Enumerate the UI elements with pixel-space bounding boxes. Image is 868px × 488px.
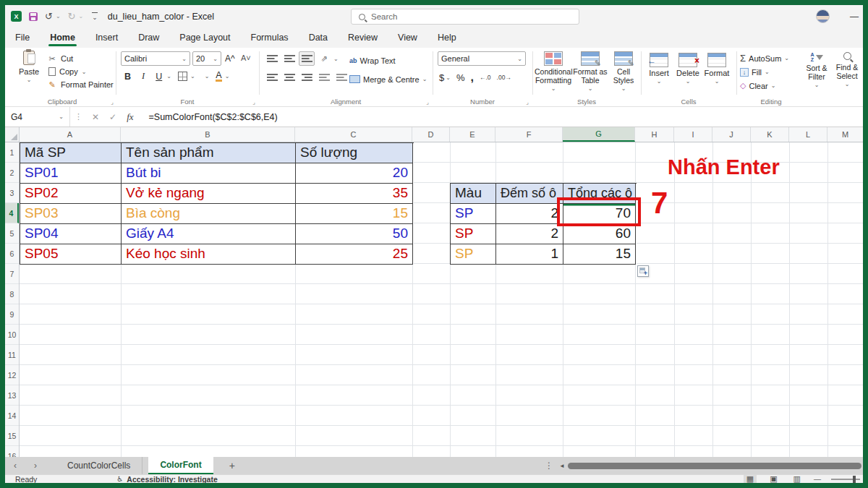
row-header-16[interactable]: 16 — [5, 446, 19, 457]
row-header-2[interactable]: 2 — [5, 163, 19, 183]
row-header-15[interactable]: 15 — [5, 426, 19, 446]
column-header-f[interactable]: F — [495, 127, 563, 142]
bold-button[interactable]: B — [122, 72, 133, 82]
tab-draw[interactable]: Draw — [138, 27, 159, 48]
tab-file[interactable]: File — [15, 27, 30, 48]
font-dialog-launcher[interactable]: ⌟ — [252, 99, 255, 106]
align-bottom-button[interactable] — [299, 51, 315, 66]
sort-filter-button[interactable]: AZ Sort & Filter ⌄ — [802, 52, 831, 90]
cell-g6[interactable]: 15 — [563, 244, 636, 265]
tab-data[interactable]: Data — [309, 27, 328, 48]
column-header-l[interactable]: L — [789, 127, 827, 142]
save-icon[interactable] — [29, 12, 38, 21]
zoom-slider[interactable] — [831, 479, 860, 480]
column-header-h[interactable]: H — [635, 127, 674, 142]
alignment-dialog-launcher[interactable]: ⌟ — [426, 99, 429, 106]
paste-button[interactable]: Paste ⌄ — [14, 51, 44, 85]
row-header-12[interactable]: 12 — [5, 365, 19, 385]
font-color-chevron-icon[interactable]: ⌄ — [225, 73, 230, 80]
cell-b3[interactable]: Vở kẻ ngang — [122, 184, 296, 204]
font-size-combo[interactable]: 20 ⌄ — [192, 51, 221, 66]
format-cells-button[interactable]: Format ⌄ — [702, 53, 731, 86]
column-header-i[interactable]: I — [674, 127, 712, 142]
number-dialog-launcher[interactable]: ⌟ — [526, 99, 529, 106]
new-sheet-button[interactable]: + — [213, 460, 251, 471]
delete-cells-button[interactable]: × Delete ⌄ — [673, 53, 702, 86]
column-header-a[interactable]: A — [20, 127, 121, 142]
autofill-options-button[interactable]: + — [637, 265, 649, 277]
cell-styles-button[interactable]: ✎ Cell Styles ⌄ — [608, 51, 639, 93]
tab-formulas[interactable]: Formulas — [251, 27, 289, 48]
align-left-button[interactable] — [264, 70, 280, 85]
undo-button[interactable]: ↺ — [45, 12, 53, 21]
cell-a5[interactable]: SP04 — [20, 224, 122, 244]
column-header-e[interactable]: E — [450, 127, 495, 142]
sheet-nav-forward-icon[interactable]: › — [25, 461, 46, 471]
scroll-left-icon[interactable]: ◄ — [559, 463, 565, 469]
copy-button[interactable]: Copy ⌄ — [47, 65, 114, 78]
copy-chevron-icon[interactable]: ⌄ — [82, 69, 87, 75]
zoom-slider-thumb[interactable] — [853, 476, 856, 483]
orientation-chevron-icon[interactable]: ⌄ — [333, 56, 339, 66]
shrink-font-button[interactable]: A˅ — [241, 53, 251, 62]
cell-e4[interactable]: SP — [451, 204, 496, 224]
increase-indent-button[interactable] — [333, 70, 349, 85]
currency-button[interactable]: $ — [439, 72, 444, 83]
user-avatar[interactable] — [816, 9, 830, 23]
borders-icon[interactable] — [178, 72, 187, 81]
header-ten-san-pham[interactable]: Tên sản phẩm — [122, 143, 296, 163]
clipboard-dialog-launcher[interactable]: ⌟ — [111, 99, 114, 106]
sheet-grid[interactable]: 1 2 3 4 5 6 7 8 9 10 11 12 13 14 15 16 M… — [5, 142, 863, 457]
tab-help[interactable]: Help — [438, 27, 456, 48]
tab-view[interactable]: View — [398, 27, 417, 48]
row-header-7[interactable]: 7 — [5, 264, 19, 284]
row-header-11[interactable]: 11 — [5, 345, 19, 365]
align-middle-button[interactable] — [281, 51, 297, 66]
cell-a3[interactable]: SP02 — [20, 184, 122, 204]
cell-a2[interactable]: SP01 — [20, 163, 122, 184]
cell-f6[interactable]: 1 — [496, 244, 563, 265]
cell-b5[interactable]: Giấy A4 — [122, 224, 296, 244]
decrease-indent-button[interactable] — [316, 70, 332, 85]
row-header-13[interactable]: 13 — [5, 385, 19, 406]
cell-f5[interactable]: 2 — [496, 224, 563, 244]
underline-chevron-icon[interactable]: ⌄ — [166, 73, 171, 80]
row-header-6[interactable]: 6 — [5, 244, 19, 264]
cell-c2[interactable]: 20 — [296, 163, 413, 184]
merge-centre-button[interactable]: Merge & Centre ⌄ — [349, 72, 427, 86]
format-painter-button[interactable]: ✎ Format Painter — [47, 78, 114, 91]
page-break-view-button[interactable]: ▥ — [791, 475, 804, 483]
fill-chevron-icon[interactable]: ⌄ — [765, 69, 770, 75]
merge-chevron-icon[interactable]: ⌄ — [422, 76, 427, 82]
cell-a6[interactable]: SP05 — [20, 244, 122, 265]
name-box[interactable]: G4 ⌄ — [5, 107, 70, 127]
column-header-b[interactable]: B — [121, 127, 295, 142]
sheet-nav-back-icon[interactable]: ‹ — [5, 461, 25, 471]
align-top-button[interactable] — [264, 51, 280, 66]
row-header-4[interactable]: 4 — [5, 203, 19, 223]
underline-button[interactable]: U — [153, 72, 164, 82]
cell-c3[interactable]: 35 — [296, 184, 413, 204]
fill-color-chevron-icon[interactable]: ⌄ — [205, 73, 210, 80]
normal-view-button[interactable]: ▦ — [744, 475, 757, 483]
insert-function-button[interactable]: fx — [122, 111, 138, 123]
row-header-8[interactable]: 8 — [5, 284, 19, 304]
cell-e6[interactable]: SP — [451, 244, 496, 265]
paste-chevron-icon[interactable]: ⌄ — [27, 76, 32, 85]
formula-text[interactable]: =SumColorFont($C$2:$C$6,E4) — [149, 112, 278, 122]
column-header-k[interactable]: K — [751, 127, 789, 142]
autosum-chevron-icon[interactable]: ⌄ — [784, 55, 789, 61]
align-center-button[interactable] — [281, 70, 297, 85]
header-ma-sp[interactable]: Mã SP — [20, 143, 122, 163]
grow-font-button[interactable]: A^ — [225, 53, 235, 64]
column-header-d[interactable]: D — [412, 127, 450, 142]
cell-b4[interactable]: Bìa còng — [122, 204, 296, 224]
select-all-button[interactable] — [5, 127, 20, 142]
sheet-tab-colorfont[interactable]: ColorFont — [148, 457, 213, 474]
column-header-c[interactable]: C — [295, 127, 412, 142]
column-header-m[interactable]: M — [827, 127, 863, 142]
cell-a4[interactable]: SP03 — [20, 204, 122, 224]
percent-button[interactable]: % — [456, 72, 465, 83]
tab-review[interactable]: Review — [348, 27, 378, 48]
customize-qat-icon[interactable]: ⌄ — [92, 12, 98, 21]
